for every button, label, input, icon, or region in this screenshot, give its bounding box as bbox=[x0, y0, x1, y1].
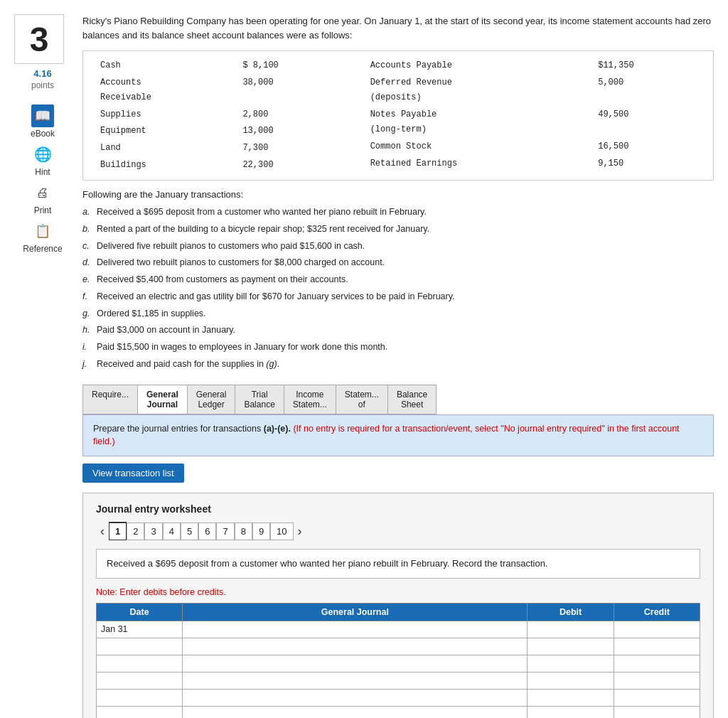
credit-input-5[interactable] bbox=[619, 692, 695, 703]
page-1[interactable]: 1 bbox=[109, 522, 127, 540]
table-row bbox=[97, 689, 700, 706]
journal-input-3[interactable] bbox=[187, 658, 523, 669]
ebook-button[interactable]: 📖 eBook bbox=[14, 105, 71, 139]
date-cell-4 bbox=[97, 672, 183, 689]
header-credit: Credit bbox=[614, 603, 700, 621]
tab-general-journal[interactable]: GeneralJournal bbox=[138, 385, 188, 414]
page-2[interactable]: 2 bbox=[127, 523, 144, 540]
table-row bbox=[97, 655, 700, 672]
tab-trial-balance[interactable]: TrialBalance bbox=[235, 385, 284, 414]
transaction-a: a.Received a $695 deposit from a custome… bbox=[82, 204, 714, 221]
print-label: Print bbox=[34, 205, 52, 215]
debit-input-6[interactable] bbox=[532, 709, 609, 718]
print-button[interactable]: 🖨 Print bbox=[14, 181, 71, 215]
page-6[interactable]: 6 bbox=[198, 523, 216, 540]
transactions-list: a.Received a $695 deposit from a custome… bbox=[82, 204, 714, 373]
page-10[interactable]: 10 bbox=[270, 523, 293, 540]
question-number: 3 bbox=[30, 20, 49, 59]
tabs-section: Require... GeneralJournal GeneralLedger … bbox=[82, 385, 714, 718]
balance-sheet-table: Cash$ 8,100 AccountsReceivable38,000 Sup… bbox=[82, 50, 714, 181]
page-8[interactable]: 8 bbox=[235, 523, 252, 540]
journal-cell-6[interactable] bbox=[183, 706, 528, 718]
transaction-j: j.Received and paid cash for the supplie… bbox=[82, 356, 714, 373]
hint-label: Hint bbox=[35, 167, 50, 177]
instruction-box: Prepare the journal entries for transact… bbox=[82, 414, 714, 457]
journal-cell-4[interactable] bbox=[183, 672, 528, 689]
journal-cell-2[interactable] bbox=[183, 638, 528, 655]
journal-input-6[interactable] bbox=[187, 709, 523, 718]
next-page-button[interactable]: › bbox=[294, 523, 306, 540]
credit-input-3[interactable] bbox=[619, 658, 695, 669]
credit-input-1[interactable] bbox=[619, 624, 695, 635]
reference-label: Reference bbox=[23, 244, 62, 254]
journal-input-2[interactable] bbox=[187, 641, 523, 652]
transaction-i: i.Paid $15,500 in wages to employees in … bbox=[82, 339, 714, 356]
debit-cell-1[interactable] bbox=[528, 621, 614, 638]
transaction-c: c.Delivered five rebuilt pianos to custo… bbox=[82, 238, 714, 255]
transaction-d: d.Delivered two rebuilt pianos to custom… bbox=[82, 254, 714, 272]
journal-input-4[interactable] bbox=[187, 675, 523, 686]
header-debit: Debit bbox=[528, 603, 614, 621]
tab-require[interactable]: Require... bbox=[83, 385, 138, 414]
table-row bbox=[97, 706, 700, 718]
date-cell-1: Jan 31 bbox=[97, 621, 183, 638]
reference-button[interactable]: 📋 Reference bbox=[14, 220, 71, 254]
credit-input-4[interactable] bbox=[619, 675, 695, 686]
hint-button[interactable]: 🌐 Hint bbox=[14, 143, 71, 177]
journal-input-5[interactable] bbox=[187, 692, 523, 703]
page-4[interactable]: 4 bbox=[163, 523, 181, 540]
transaction-g: g.Ordered $1,185 in supplies. bbox=[82, 306, 714, 323]
credit-cell-6[interactable] bbox=[614, 706, 700, 718]
journal-cell-1[interactable] bbox=[183, 621, 528, 638]
worksheet-container: Journal entry worksheet ‹ 1 2 3 4 5 6 7 … bbox=[82, 493, 714, 718]
instruction-main: Prepare the journal entries for transact… bbox=[93, 424, 291, 434]
points-label: points bbox=[14, 80, 71, 90]
journal-cell-5[interactable] bbox=[183, 689, 528, 706]
credit-cell-4[interactable] bbox=[614, 672, 700, 689]
debit-input-3[interactable] bbox=[532, 658, 609, 669]
credit-cell-5[interactable] bbox=[614, 689, 700, 706]
note-text: Note: Enter debits before credits. bbox=[96, 587, 700, 597]
debit-input-1[interactable] bbox=[532, 624, 609, 635]
reference-icon: 📋 bbox=[31, 220, 54, 242]
page-5[interactable]: 5 bbox=[181, 523, 198, 540]
prev-page-button[interactable]: ‹ bbox=[96, 523, 109, 540]
hint-icon: 🌐 bbox=[31, 143, 54, 166]
page-7[interactable]: 7 bbox=[216, 523, 234, 540]
worksheet-title: Journal entry worksheet bbox=[96, 503, 700, 515]
debit-cell-3[interactable] bbox=[528, 655, 614, 672]
journal-cell-3[interactable] bbox=[183, 655, 528, 672]
journal-input-1[interactable] bbox=[187, 624, 523, 635]
header-journal: General Journal bbox=[183, 603, 528, 621]
view-transaction-list-button[interactable]: View transaction list bbox=[82, 464, 184, 483]
tab-balance-sheet[interactable]: BalanceSheet bbox=[388, 385, 436, 414]
date-cell-6 bbox=[97, 706, 183, 718]
page-9[interactable]: 9 bbox=[252, 523, 270, 540]
credit-cell-1[interactable] bbox=[614, 621, 700, 638]
credit-cell-3[interactable] bbox=[614, 655, 700, 672]
credit-input-2[interactable] bbox=[619, 641, 695, 652]
debit-cell-6[interactable] bbox=[528, 706, 614, 718]
transaction-h: h.Paid $3,000 on account in January. bbox=[82, 322, 714, 339]
debit-input-4[interactable] bbox=[532, 675, 609, 686]
debit-input-5[interactable] bbox=[532, 692, 609, 703]
tab-statement-of[interactable]: Statem...of bbox=[336, 385, 388, 414]
debit-cell-4[interactable] bbox=[528, 672, 614, 689]
header-date: Date bbox=[97, 603, 183, 621]
ebook-label: eBook bbox=[31, 129, 55, 139]
debit-cell-5[interactable] bbox=[528, 689, 614, 706]
page-3[interactable]: 3 bbox=[144, 523, 162, 540]
date-cell-2 bbox=[97, 638, 183, 655]
table-row: Jan 31 bbox=[97, 621, 700, 638]
transactions-section: Following are the January transactions: … bbox=[82, 189, 714, 373]
debit-input-2[interactable] bbox=[532, 641, 609, 652]
credit-input-6[interactable] bbox=[619, 709, 695, 718]
question-number-box: 3 bbox=[14, 14, 64, 64]
tab-income-statement[interactable]: IncomeStatem... bbox=[284, 385, 336, 414]
credit-cell-2[interactable] bbox=[614, 638, 700, 655]
table-row bbox=[97, 672, 700, 689]
tab-general-ledger[interactable]: GeneralLedger bbox=[188, 385, 236, 414]
debit-cell-2[interactable] bbox=[528, 638, 614, 655]
ebook-icon: 📖 bbox=[31, 105, 54, 127]
description-text: Received a $695 deposit from a customer … bbox=[107, 558, 547, 569]
